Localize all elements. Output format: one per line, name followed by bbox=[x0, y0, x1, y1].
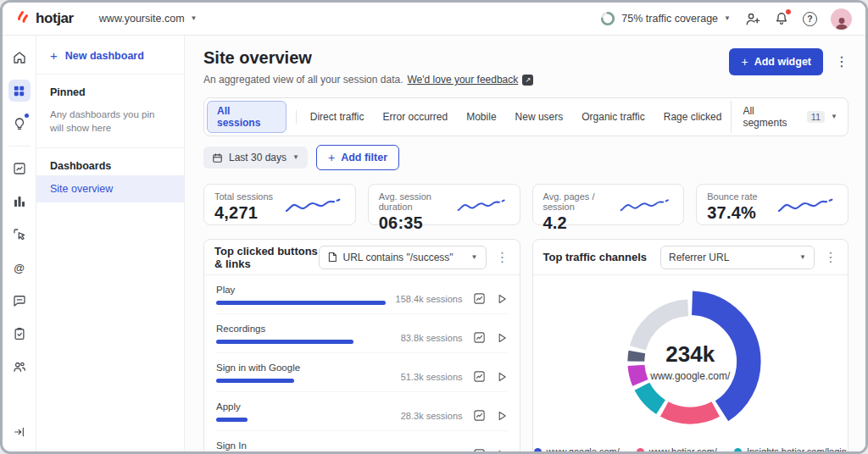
trend-icon bbox=[473, 370, 486, 383]
metric-card-bounce-rate[interactable]: Bounce rate 37.4% bbox=[696, 184, 849, 225]
view-trends-button[interactable] bbox=[473, 292, 486, 305]
list-item: Play 158.4k sessions bbox=[216, 275, 508, 314]
dashboards-section-title: Dashboards bbox=[36, 148, 184, 175]
play-recordings-button[interactable] bbox=[496, 410, 508, 422]
item-label: Apply bbox=[216, 401, 386, 412]
segment-error-occurred[interactable]: Error occurred bbox=[374, 107, 458, 127]
new-dashboard-button[interactable]: + New dashboard bbox=[36, 36, 184, 75]
metric-value: 4.2 bbox=[543, 213, 620, 233]
user-avatar[interactable] bbox=[831, 8, 852, 30]
users-icon bbox=[12, 359, 27, 374]
traffic-coverage-dropdown[interactable]: 75% traffic coverage ▼ bbox=[600, 11, 731, 26]
sparkline-chart bbox=[776, 194, 837, 216]
page-icon bbox=[327, 252, 337, 263]
metric-card-pages-per-session[interactable]: Avg. pages / session 4.2 bbox=[532, 184, 685, 225]
metric-label: Avg. pages / session bbox=[543, 191, 620, 212]
nav-surveys[interactable]: @ bbox=[8, 257, 31, 279]
view-trends-button[interactable] bbox=[473, 370, 486, 383]
nav-insights[interactable] bbox=[8, 113, 31, 135]
segment-new-users[interactable]: New users bbox=[506, 107, 573, 127]
notifications-button[interactable] bbox=[774, 11, 789, 26]
nav-interviews[interactable] bbox=[8, 356, 31, 378]
nav-recordings[interactable] bbox=[8, 224, 31, 246]
play-recordings-button[interactable] bbox=[496, 332, 508, 344]
play-recordings-button[interactable] bbox=[496, 449, 508, 452]
play-icon bbox=[496, 449, 508, 452]
nav-home[interactable] bbox=[8, 47, 31, 69]
url-filter-value: URL contains "/success" bbox=[343, 252, 453, 263]
nav-dashboards[interactable] bbox=[8, 80, 31, 102]
play-recordings-button[interactable] bbox=[496, 371, 508, 383]
item-sessions: 51.3k sessions bbox=[388, 372, 463, 382]
collapse-arrow-icon bbox=[13, 425, 26, 439]
all-segments-dropdown[interactable]: All segments 11 ▼ bbox=[731, 101, 848, 133]
new-feature-dot bbox=[25, 114, 29, 118]
panel-menu-button[interactable]: ⋮ bbox=[824, 251, 837, 264]
calendar-icon bbox=[212, 152, 223, 163]
topbar: hotjar www.yoursite.com ▼ 75% traffic co… bbox=[3, 3, 865, 36]
hotjar-flame-icon bbox=[14, 10, 31, 27]
panel-title: Top traffic channels bbox=[543, 251, 648, 263]
view-trends-button[interactable] bbox=[473, 448, 486, 451]
hotjar-logo[interactable]: hotjar bbox=[14, 10, 74, 27]
legend-item[interactable]: www.hotjar.com/ bbox=[637, 446, 717, 451]
legend-dot bbox=[637, 448, 644, 452]
legend-dot bbox=[734, 448, 742, 452]
url-filter-select[interactable]: URL contains "/success" ▼ bbox=[319, 246, 487, 269]
help-button[interactable]: ? bbox=[803, 12, 817, 26]
legend-item[interactable]: www.google.com/ bbox=[534, 446, 620, 451]
chevron-down-icon: ▼ bbox=[292, 154, 299, 161]
segment-organic-traffic[interactable]: Organic traffic bbox=[572, 107, 654, 127]
legend-dot bbox=[534, 448, 542, 452]
list-item: Apply 28.3k sessions bbox=[216, 392, 508, 431]
list-item: Recordings 83.8k sessions bbox=[216, 314, 508, 353]
metric-card-session-duration[interactable]: Avg. session duration 06:35 bbox=[368, 184, 520, 225]
site-selector[interactable]: www.yoursite.com ▼ bbox=[99, 13, 198, 25]
page-subtitle: An aggregated view of all your session d… bbox=[203, 74, 533, 86]
item-sessions: 83.8k sessions bbox=[388, 333, 463, 343]
trends-chart-icon bbox=[12, 161, 27, 176]
view-trends-button[interactable] bbox=[473, 331, 486, 344]
segment-all-sessions[interactable]: All sessions bbox=[207, 101, 287, 133]
segment-mobile[interactable]: Mobile bbox=[457, 107, 505, 127]
collapse-sidebar-button[interactable] bbox=[8, 421, 31, 443]
play-icon bbox=[496, 371, 508, 383]
item-label: Play bbox=[216, 285, 386, 295]
chevron-down-icon: ▼ bbox=[471, 254, 478, 261]
metric-value: 37.4% bbox=[707, 203, 757, 223]
chevron-down-icon: ▼ bbox=[724, 15, 731, 22]
referrer-select[interactable]: Referrer URL ▼ bbox=[660, 246, 815, 269]
panel-menu-button[interactable]: ⋮ bbox=[496, 251, 509, 264]
speech-bubble-icon bbox=[12, 293, 27, 308]
brand-name: hotjar bbox=[36, 10, 74, 27]
top-clicked-panel: Top clicked buttons & links URL contains… bbox=[203, 239, 520, 451]
clicked-items-list: Play 158.4k sessions bbox=[204, 275, 520, 451]
view-trends-button[interactable] bbox=[473, 409, 486, 422]
sidebar-item-site-overview[interactable]: Site overview bbox=[36, 175, 184, 202]
segment-direct-traffic[interactable]: Direct traffic bbox=[301, 107, 374, 127]
sparkline-chart bbox=[284, 194, 345, 216]
topbar-actions: 75% traffic coverage ▼ ? bbox=[600, 8, 852, 30]
nav-feedback[interactable] bbox=[8, 290, 31, 312]
feedback-link[interactable]: We'd love your feedback bbox=[407, 74, 518, 86]
nav-trends[interactable] bbox=[8, 158, 31, 180]
nav-heatmaps[interactable] bbox=[8, 191, 31, 213]
bar-chart-icon bbox=[12, 194, 27, 209]
nav-tests[interactable] bbox=[8, 323, 31, 345]
page-menu-button[interactable]: ⋮ bbox=[835, 55, 849, 69]
play-recordings-button[interactable] bbox=[496, 293, 508, 305]
segments-bar: All sessions Direct traffic Error occurr… bbox=[203, 97, 849, 136]
segment-rage-clicked[interactable]: Rage clicked bbox=[654, 107, 732, 127]
sparkline-chart bbox=[456, 194, 509, 216]
item-sessions: 28k sessions bbox=[388, 450, 463, 452]
add-widget-button[interactable]: + Add widget bbox=[729, 48, 823, 75]
legend-item[interactable]: Insights.hotjar.com/login bbox=[734, 446, 847, 451]
legend-label: www.hotjar.com/ bbox=[649, 446, 717, 451]
traffic-donut-chart: 234k www.google.com/ bbox=[609, 281, 771, 442]
invite-user-button[interactable] bbox=[744, 11, 760, 27]
metric-card-total-sessions[interactable]: Total sessions 4,271 bbox=[203, 184, 356, 225]
trend-icon bbox=[473, 331, 486, 344]
date-range-dropdown[interactable]: Last 30 days ▼ bbox=[203, 147, 308, 169]
person-add-icon bbox=[744, 11, 760, 27]
add-filter-button[interactable]: + Add filter bbox=[316, 145, 399, 170]
